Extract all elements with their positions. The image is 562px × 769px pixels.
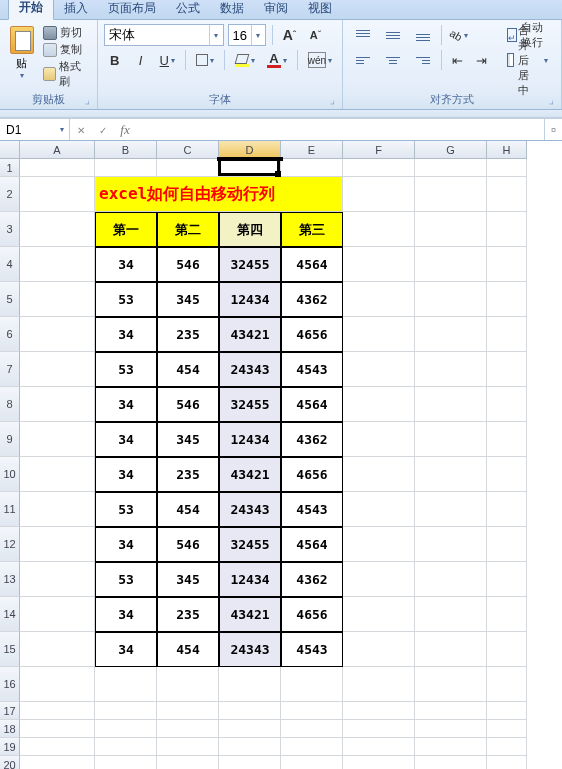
tab-页面布局[interactable]: 页面布局: [98, 0, 166, 20]
cell-G16[interactable]: [415, 667, 487, 702]
cell-H8[interactable]: [487, 387, 527, 422]
row-header-12[interactable]: 12: [0, 527, 20, 562]
cell-C1[interactable]: [157, 159, 219, 177]
cell-F12[interactable]: [343, 527, 415, 562]
cell-G8[interactable]: [415, 387, 487, 422]
orientation-button[interactable]: ab: [446, 24, 472, 46]
cell-C5[interactable]: 345: [157, 282, 219, 317]
cell-A20[interactable]: [20, 756, 95, 769]
cell-E9[interactable]: 4362: [281, 422, 343, 457]
cell-A8[interactable]: [20, 387, 95, 422]
tab-审阅[interactable]: 审阅: [254, 0, 298, 20]
cell-D18[interactable]: [219, 720, 281, 738]
enter-button[interactable]: ✓: [92, 123, 114, 137]
cell-F20[interactable]: [343, 756, 415, 769]
cell-G2[interactable]: [415, 177, 487, 212]
cell-D20[interactable]: [219, 756, 281, 769]
cell-D10[interactable]: 43421: [219, 457, 281, 492]
cell-E7[interactable]: 4543: [281, 352, 343, 387]
col-header-A[interactable]: A: [20, 141, 95, 159]
title-cell[interactable]: excel如何自由移动行列: [95, 177, 343, 212]
row-header-20[interactable]: 20: [0, 756, 20, 769]
cell-B11[interactable]: 53: [95, 492, 157, 527]
cell-A17[interactable]: [20, 702, 95, 720]
cell-D6[interactable]: 43421: [219, 317, 281, 352]
cell-G1[interactable]: [415, 159, 487, 177]
cell-B14[interactable]: 34: [95, 597, 157, 632]
tab-开始[interactable]: 开始: [8, 0, 54, 20]
cell-B3[interactable]: 第一: [95, 212, 157, 247]
cell-E5[interactable]: 4362: [281, 282, 343, 317]
row-header-1[interactable]: 1: [0, 159, 20, 177]
copy-button[interactable]: 复制: [41, 41, 90, 58]
cell-H20[interactable]: [487, 756, 527, 769]
cell-G18[interactable]: [415, 720, 487, 738]
cell-E16[interactable]: [281, 667, 343, 702]
cell-F4[interactable]: [343, 247, 415, 282]
cell-C12[interactable]: 546: [157, 527, 219, 562]
underline-button[interactable]: U: [156, 49, 179, 71]
cell-C7[interactable]: 454: [157, 352, 219, 387]
row-header-19[interactable]: 19: [0, 738, 20, 756]
bold-button[interactable]: B: [104, 49, 126, 71]
italic-button[interactable]: I: [130, 49, 152, 71]
row-header-17[interactable]: 17: [0, 702, 20, 720]
font-color-button[interactable]: A: [263, 49, 291, 71]
cell-E8[interactable]: 4564: [281, 387, 343, 422]
cell-G12[interactable]: [415, 527, 487, 562]
cell-F2[interactable]: [343, 177, 415, 212]
cell-F9[interactable]: [343, 422, 415, 457]
cell-F15[interactable]: [343, 632, 415, 667]
cell-A19[interactable]: [20, 738, 95, 756]
cell-G15[interactable]: [415, 632, 487, 667]
cell-H12[interactable]: [487, 527, 527, 562]
cell-D12[interactable]: 32455: [219, 527, 281, 562]
cell-A6[interactable]: [20, 317, 95, 352]
cell-H7[interactable]: [487, 352, 527, 387]
cell-H2[interactable]: [487, 177, 527, 212]
cell-H13[interactable]: [487, 562, 527, 597]
col-header-B[interactable]: B: [95, 141, 157, 159]
row-header-9[interactable]: 9: [0, 422, 20, 457]
grow-font-button[interactable]: A ˆ: [279, 24, 301, 46]
cell-G11[interactable]: [415, 492, 487, 527]
cell-F14[interactable]: [343, 597, 415, 632]
cell-E18[interactable]: [281, 720, 343, 738]
tab-插入[interactable]: 插入: [54, 0, 98, 20]
cell-G4[interactable]: [415, 247, 487, 282]
cell-E20[interactable]: [281, 756, 343, 769]
cell-E10[interactable]: 4656: [281, 457, 343, 492]
cell-H10[interactable]: [487, 457, 527, 492]
cell-F7[interactable]: [343, 352, 415, 387]
cell-E6[interactable]: 4656: [281, 317, 343, 352]
cell-F18[interactable]: [343, 720, 415, 738]
cell-F1[interactable]: [343, 159, 415, 177]
cell-B19[interactable]: [95, 738, 157, 756]
cell-F5[interactable]: [343, 282, 415, 317]
cell-D7[interactable]: 24343: [219, 352, 281, 387]
cell-C16[interactable]: [157, 667, 219, 702]
cell-B17[interactable]: [95, 702, 157, 720]
row-header-13[interactable]: 13: [0, 562, 20, 597]
cell-G9[interactable]: [415, 422, 487, 457]
cell-B6[interactable]: 34: [95, 317, 157, 352]
cell-H3[interactable]: [487, 212, 527, 247]
cell-F16[interactable]: [343, 667, 415, 702]
cell-A4[interactable]: [20, 247, 95, 282]
cell-G20[interactable]: [415, 756, 487, 769]
font-name-combo[interactable]: 宋体 ▾: [104, 24, 224, 46]
decrease-indent-button[interactable]: ⇤: [446, 49, 468, 71]
col-header-C[interactable]: C: [157, 141, 219, 159]
cell-G5[interactable]: [415, 282, 487, 317]
cell-A14[interactable]: [20, 597, 95, 632]
cell-H4[interactable]: [487, 247, 527, 282]
borders-button[interactable]: [192, 49, 218, 71]
cell-A11[interactable]: [20, 492, 95, 527]
cell-H19[interactable]: [487, 738, 527, 756]
expand-bar-button[interactable]: ¤: [544, 119, 562, 140]
cell-F3[interactable]: [343, 212, 415, 247]
cell-C14[interactable]: 235: [157, 597, 219, 632]
cell-D17[interactable]: [219, 702, 281, 720]
cell-G7[interactable]: [415, 352, 487, 387]
col-header-H[interactable]: H: [487, 141, 527, 159]
